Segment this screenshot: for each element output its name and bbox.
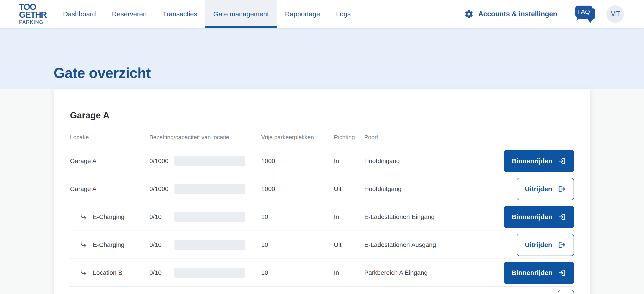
table-header-row: Locatie Bezetting/capaciteit van locatie… [70, 134, 574, 147]
cell-richting: In [334, 269, 364, 276]
cell-bezetting: 0/10 [149, 212, 261, 222]
accounts-settings-label: Accounts & instellingen [478, 10, 557, 18]
accounts-settings-link[interactable]: Accounts & instellingen [464, 9, 557, 19]
occupancy-progress-bar [174, 156, 245, 166]
cell-bezetting: 0/10 [149, 268, 261, 278]
logo-line-too: TOO [19, 3, 46, 11]
avatar-initials: MT [610, 10, 620, 18]
col-header-richting: Richting [334, 134, 364, 141]
occupancy-progress-bar [174, 268, 245, 278]
cell-richting: Uit [334, 241, 364, 249]
binnenrijden-button[interactable]: Binnenrijden [504, 206, 574, 228]
table-row: Garage A 0/1000 1000 In Hoofdingang Binn… [70, 147, 574, 175]
binnenrijden-button[interactable]: Binnenrijden [504, 150, 574, 172]
nav-item-gate-management[interactable]: Gate management [205, 0, 277, 28]
garage-section-title: Garage A [70, 89, 574, 120]
cell-locatie: Location B [70, 269, 149, 277]
nav-right-section: Accounts & instellingen FAQ MT [464, 0, 624, 28]
cell-richting: Uit [334, 185, 364, 193]
sub-location-arrow-icon [80, 213, 88, 221]
exit-icon [558, 241, 566, 249]
logo-line-gethr: GETHR [19, 11, 46, 19]
cell-vrije-parkeerplekken: 1000 [261, 158, 334, 165]
cell-locatie: Garage A [70, 158, 149, 165]
enter-icon [558, 157, 566, 165]
gear-icon [464, 9, 474, 19]
exit-icon [558, 185, 566, 193]
table-row-partial [70, 287, 574, 294]
occupancy-value: 0/1000 [149, 185, 174, 193]
occupancy-value: 0/10 [149, 213, 174, 221]
occupancy-progress-bar [174, 240, 245, 250]
cell-bezetting: 0/1000 [149, 184, 261, 194]
cell-vrije-parkeerplekken: 10 [261, 269, 334, 276]
toogethr-parking-logo[interactable]: TOO GETHR PARKING [19, 3, 46, 25]
nav-item-dashboard[interactable]: Dashboard [55, 0, 104, 28]
table-row: Garage A 0/1000 1000 Uit Hoofduitgang Ui… [70, 175, 574, 203]
top-navigation: TOO GETHR PARKING Dashboard Reserveren T… [0, 0, 644, 28]
cell-bezetting: 0/1000 [149, 156, 261, 166]
enter-icon [558, 213, 566, 221]
cell-vrije-parkeerplekken: 1000 [261, 185, 334, 193]
page-hero: Gate overzicht [0, 28, 644, 89]
occupancy-value: 0/1000 [149, 158, 174, 165]
col-header-vrije-parkeerplekken: Vrije parkeerplekken [261, 134, 334, 141]
binnenrijden-button[interactable]: Binnenrijden [504, 262, 574, 284]
cell-poort: E-Ladestationen Ausgang [364, 241, 500, 249]
occupancy-value: 0/10 [149, 269, 174, 276]
faq-chat-bubbles-icon: FAQ [575, 5, 596, 23]
cell-poort: Hoofduitgang [364, 185, 500, 193]
nav-item-reserveren[interactable]: Reserveren [104, 0, 155, 28]
occupancy-progress-bar [174, 212, 245, 222]
page-title: Gate overzicht [54, 65, 151, 81]
cell-poort: E-Ladestationen Eingang [364, 213, 500, 221]
sub-location-arrow-icon [80, 269, 88, 277]
main-menu: Dashboard Reserveren Transacties Gate ma… [55, 0, 359, 28]
table-row: Location B 0/10 10 In Parkbereich A Eing… [70, 259, 574, 287]
cell-poort: Hoofdingang [364, 158, 500, 165]
faq-button[interactable]: FAQ [575, 5, 597, 23]
table-row: E-Charging 0/10 10 In E-Ladestationen Ei… [70, 203, 574, 231]
table-row: E-Charging 0/10 10 Uit E-Ladestationen A… [70, 231, 574, 259]
uitrijden-button[interactable]: Uitrijden [517, 234, 574, 256]
cell-locatie: Garage A [70, 185, 149, 193]
cell-locatie: E-Charging [70, 213, 149, 221]
cell-vrije-parkeerplekken: 10 [261, 241, 334, 249]
cell-richting: In [334, 213, 364, 221]
occupancy-value: 0/10 [149, 241, 174, 249]
occupancy-progress-bar [174, 184, 245, 194]
svg-text:FAQ: FAQ [577, 8, 590, 15]
enter-icon [558, 269, 566, 277]
col-header-poort: Poort [364, 134, 500, 141]
user-avatar[interactable]: MT [606, 5, 624, 23]
gate-overview-card: Garage A Locatie Bezetting/capaciteit va… [54, 89, 590, 294]
cell-poort: Parkbereich A Eingang [364, 269, 500, 276]
nav-item-transacties[interactable]: Transacties [155, 0, 205, 28]
cell-bezetting: 0/10 [149, 240, 261, 250]
nav-item-rapportage[interactable]: Rapportage [277, 0, 328, 28]
uitrijden-button[interactable]: Uitrijden [517, 178, 574, 200]
cell-richting: In [334, 158, 364, 165]
col-header-locatie: Locatie [70, 134, 149, 141]
logo-line-parking: PARKING [19, 20, 46, 25]
sub-location-arrow-icon [80, 241, 88, 249]
cell-vrije-parkeerplekken: 10 [261, 213, 334, 221]
cell-locatie: E-Charging [70, 241, 149, 249]
col-header-bezetting: Bezetting/capaciteit van locatie [149, 134, 261, 141]
nav-item-logs[interactable]: Logs [328, 0, 359, 28]
uitrijden-button[interactable] [558, 290, 574, 294]
